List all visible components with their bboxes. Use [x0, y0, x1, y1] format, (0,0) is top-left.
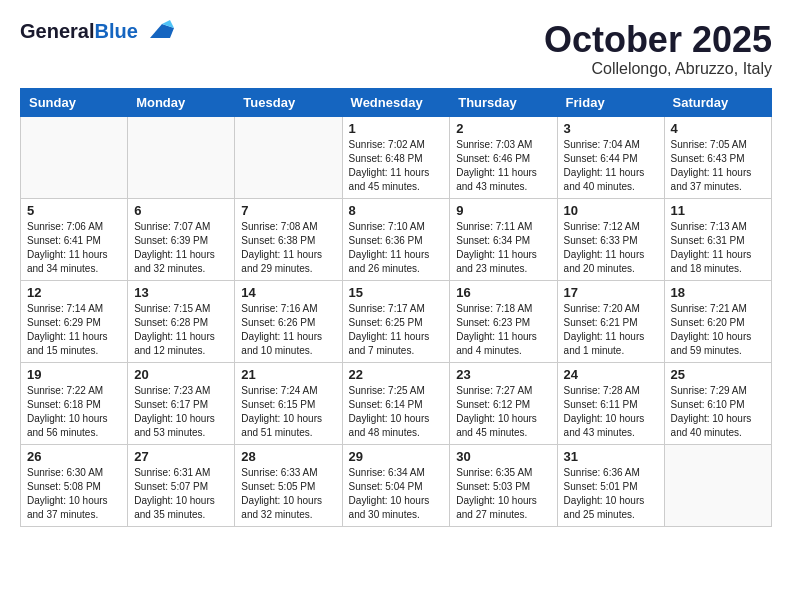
calendar-cell: 15Sunrise: 7:17 AM Sunset: 6:25 PM Dayli…: [342, 280, 450, 362]
day-info: Sunrise: 6:31 AM Sunset: 5:07 PM Dayligh…: [134, 466, 228, 522]
calendar-week-5: 26Sunrise: 6:30 AM Sunset: 5:08 PM Dayli…: [21, 444, 772, 526]
day-info: Sunrise: 7:18 AM Sunset: 6:23 PM Dayligh…: [456, 302, 550, 358]
day-number: 10: [564, 203, 658, 218]
logo-icon: [142, 20, 174, 42]
day-info: Sunrise: 7:07 AM Sunset: 6:39 PM Dayligh…: [134, 220, 228, 276]
day-number: 24: [564, 367, 658, 382]
calendar-cell: 2Sunrise: 7:03 AM Sunset: 6:46 PM Daylig…: [450, 116, 557, 198]
calendar-cell: 17Sunrise: 7:20 AM Sunset: 6:21 PM Dayli…: [557, 280, 664, 362]
calendar-cell: 14Sunrise: 7:16 AM Sunset: 6:26 PM Dayli…: [235, 280, 342, 362]
day-info: Sunrise: 7:15 AM Sunset: 6:28 PM Dayligh…: [134, 302, 228, 358]
day-number: 2: [456, 121, 550, 136]
day-info: Sunrise: 7:02 AM Sunset: 6:48 PM Dayligh…: [349, 138, 444, 194]
calendar-cell: 28Sunrise: 6:33 AM Sunset: 5:05 PM Dayli…: [235, 444, 342, 526]
calendar-subtitle: Collelongo, Abruzzo, Italy: [544, 60, 772, 78]
day-info: Sunrise: 7:14 AM Sunset: 6:29 PM Dayligh…: [27, 302, 121, 358]
calendar-cell: 11Sunrise: 7:13 AM Sunset: 6:31 PM Dayli…: [664, 198, 771, 280]
calendar-cell: 24Sunrise: 7:28 AM Sunset: 6:11 PM Dayli…: [557, 362, 664, 444]
calendar-cell: 22Sunrise: 7:25 AM Sunset: 6:14 PM Dayli…: [342, 362, 450, 444]
calendar-cell: 12Sunrise: 7:14 AM Sunset: 6:29 PM Dayli…: [21, 280, 128, 362]
calendar-week-3: 12Sunrise: 7:14 AM Sunset: 6:29 PM Dayli…: [21, 280, 772, 362]
day-number: 3: [564, 121, 658, 136]
day-number: 25: [671, 367, 765, 382]
day-info: Sunrise: 7:20 AM Sunset: 6:21 PM Dayligh…: [564, 302, 658, 358]
day-number: 17: [564, 285, 658, 300]
weekday-header-row: SundayMondayTuesdayWednesdayThursdayFrid…: [21, 88, 772, 116]
day-info: Sunrise: 6:36 AM Sunset: 5:01 PM Dayligh…: [564, 466, 658, 522]
day-number: 22: [349, 367, 444, 382]
calendar-cell: 19Sunrise: 7:22 AM Sunset: 6:18 PM Dayli…: [21, 362, 128, 444]
day-number: 1: [349, 121, 444, 136]
day-number: 30: [456, 449, 550, 464]
calendar-week-2: 5Sunrise: 7:06 AM Sunset: 6:41 PM Daylig…: [21, 198, 772, 280]
calendar-cell: 10Sunrise: 7:12 AM Sunset: 6:33 PM Dayli…: [557, 198, 664, 280]
day-number: 12: [27, 285, 121, 300]
day-info: Sunrise: 7:21 AM Sunset: 6:20 PM Dayligh…: [671, 302, 765, 358]
day-info: Sunrise: 7:29 AM Sunset: 6:10 PM Dayligh…: [671, 384, 765, 440]
calendar-cell: 21Sunrise: 7:24 AM Sunset: 6:15 PM Dayli…: [235, 362, 342, 444]
day-info: Sunrise: 7:04 AM Sunset: 6:44 PM Dayligh…: [564, 138, 658, 194]
calendar-title: October 2025: [544, 20, 772, 60]
calendar-cell: 6Sunrise: 7:07 AM Sunset: 6:39 PM Daylig…: [128, 198, 235, 280]
day-number: 29: [349, 449, 444, 464]
calendar-cell: [664, 444, 771, 526]
day-info: Sunrise: 6:34 AM Sunset: 5:04 PM Dayligh…: [349, 466, 444, 522]
day-number: 20: [134, 367, 228, 382]
day-number: 14: [241, 285, 335, 300]
weekday-header-thursday: Thursday: [450, 88, 557, 116]
day-info: Sunrise: 7:05 AM Sunset: 6:43 PM Dayligh…: [671, 138, 765, 194]
calendar-cell: [21, 116, 128, 198]
logo: GeneralBlue: [20, 20, 174, 42]
calendar-week-4: 19Sunrise: 7:22 AM Sunset: 6:18 PM Dayli…: [21, 362, 772, 444]
day-number: 23: [456, 367, 550, 382]
calendar-cell: 26Sunrise: 6:30 AM Sunset: 5:08 PM Dayli…: [21, 444, 128, 526]
day-info: Sunrise: 6:30 AM Sunset: 5:08 PM Dayligh…: [27, 466, 121, 522]
weekday-header-friday: Friday: [557, 88, 664, 116]
day-number: 21: [241, 367, 335, 382]
logo-blue: Blue: [94, 20, 137, 42]
day-info: Sunrise: 7:22 AM Sunset: 6:18 PM Dayligh…: [27, 384, 121, 440]
calendar-cell: 20Sunrise: 7:23 AM Sunset: 6:17 PM Dayli…: [128, 362, 235, 444]
calendar-cell: 13Sunrise: 7:15 AM Sunset: 6:28 PM Dayli…: [128, 280, 235, 362]
calendar-cell: 23Sunrise: 7:27 AM Sunset: 6:12 PM Dayli…: [450, 362, 557, 444]
day-number: 13: [134, 285, 228, 300]
day-number: 18: [671, 285, 765, 300]
weekday-header-saturday: Saturday: [664, 88, 771, 116]
day-info: Sunrise: 7:03 AM Sunset: 6:46 PM Dayligh…: [456, 138, 550, 194]
day-number: 15: [349, 285, 444, 300]
calendar-cell: 16Sunrise: 7:18 AM Sunset: 6:23 PM Dayli…: [450, 280, 557, 362]
day-info: Sunrise: 7:25 AM Sunset: 6:14 PM Dayligh…: [349, 384, 444, 440]
day-number: 16: [456, 285, 550, 300]
day-number: 8: [349, 203, 444, 218]
logo-general: General: [20, 20, 94, 42]
day-number: 5: [27, 203, 121, 218]
day-number: 6: [134, 203, 228, 218]
day-number: 26: [27, 449, 121, 464]
day-info: Sunrise: 7:16 AM Sunset: 6:26 PM Dayligh…: [241, 302, 335, 358]
day-number: 9: [456, 203, 550, 218]
title-area: October 2025 Collelongo, Abruzzo, Italy: [544, 20, 772, 78]
day-info: Sunrise: 7:17 AM Sunset: 6:25 PM Dayligh…: [349, 302, 444, 358]
day-info: Sunrise: 7:13 AM Sunset: 6:31 PM Dayligh…: [671, 220, 765, 276]
day-info: Sunrise: 6:33 AM Sunset: 5:05 PM Dayligh…: [241, 466, 335, 522]
calendar-cell: 27Sunrise: 6:31 AM Sunset: 5:07 PM Dayli…: [128, 444, 235, 526]
day-number: 4: [671, 121, 765, 136]
calendar-cell: 3Sunrise: 7:04 AM Sunset: 6:44 PM Daylig…: [557, 116, 664, 198]
day-number: 27: [134, 449, 228, 464]
calendar-cell: 30Sunrise: 6:35 AM Sunset: 5:03 PM Dayli…: [450, 444, 557, 526]
day-info: Sunrise: 7:12 AM Sunset: 6:33 PM Dayligh…: [564, 220, 658, 276]
calendar-cell: 29Sunrise: 6:34 AM Sunset: 5:04 PM Dayli…: [342, 444, 450, 526]
day-info: Sunrise: 7:10 AM Sunset: 6:36 PM Dayligh…: [349, 220, 444, 276]
calendar-cell: 31Sunrise: 6:36 AM Sunset: 5:01 PM Dayli…: [557, 444, 664, 526]
day-number: 31: [564, 449, 658, 464]
day-number: 28: [241, 449, 335, 464]
day-number: 11: [671, 203, 765, 218]
day-number: 7: [241, 203, 335, 218]
calendar-cell: 5Sunrise: 7:06 AM Sunset: 6:41 PM Daylig…: [21, 198, 128, 280]
day-info: Sunrise: 6:35 AM Sunset: 5:03 PM Dayligh…: [456, 466, 550, 522]
weekday-header-wednesday: Wednesday: [342, 88, 450, 116]
calendar-cell: 18Sunrise: 7:21 AM Sunset: 6:20 PM Dayli…: [664, 280, 771, 362]
day-number: 19: [27, 367, 121, 382]
calendar-week-1: 1Sunrise: 7:02 AM Sunset: 6:48 PM Daylig…: [21, 116, 772, 198]
calendar-cell: [128, 116, 235, 198]
